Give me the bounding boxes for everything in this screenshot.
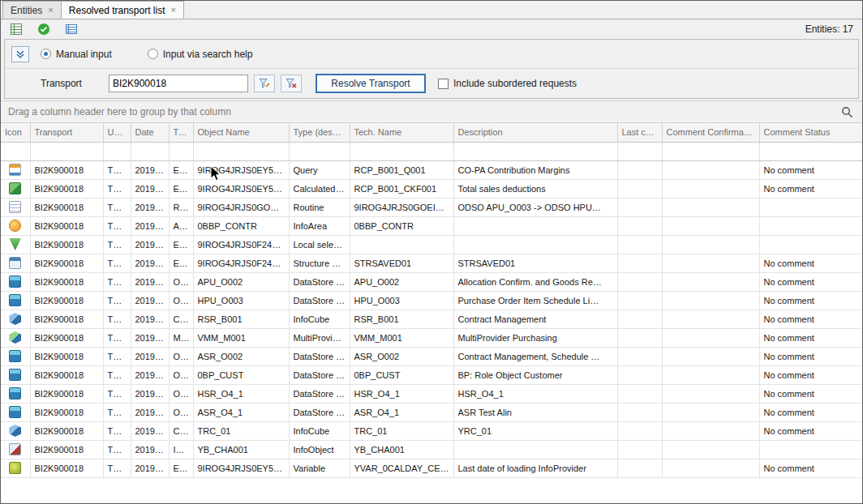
cell-user: TS… (103, 272, 131, 291)
variable-icon (9, 462, 21, 474)
table-row[interactable]: BI2K900018TS…20190…ELEM9IROG4JRJS0F241W…… (1, 254, 862, 272)
cell-user: TS… (103, 440, 131, 459)
cell-comment_status: No comment (759, 347, 862, 365)
column-header-3[interactable]: Date (131, 123, 169, 142)
cell-comment_confirmation (662, 421, 759, 440)
icon-cell (1, 160, 30, 179)
column-header-7[interactable]: Tech. Name (350, 123, 453, 142)
cell-description: CO-PA Contribution Margins (453, 160, 617, 179)
cell-tech_name (350, 235, 453, 254)
filter-cell-3[interactable] (131, 142, 169, 160)
cell-comment_status (759, 440, 862, 459)
cell-date: 20190… (131, 291, 169, 310)
filter-cell-10[interactable] (662, 142, 759, 160)
table-row[interactable]: BI2K900018TS…20190…AREA0BBP_CONTRInfoAre… (1, 216, 862, 235)
export-grid-icon (10, 23, 23, 36)
cell-description: Purchase Order Item Schedule Li… (453, 291, 617, 310)
filter-cell-8[interactable] (453, 142, 617, 160)
table-row[interactable]: BI2K900018TS…20190…MP…VMM_M001MultiProvi… (1, 328, 862, 347)
filter-clear-button[interactable] (281, 75, 302, 92)
column-header-8[interactable]: Description (453, 123, 617, 142)
table-row[interactable]: BI2K900018TS…20190…OD…HSR_O4_1DataStore … (1, 384, 862, 403)
include-subordered-checkbox[interactable]: Include subordered requests (438, 78, 577, 89)
column-header-2[interactable]: User (103, 123, 131, 142)
table-row[interactable]: BI2K900018TS…20190…ELEM9IROG4JRJS0EY5Q3…… (1, 179, 862, 198)
collapse-panel-button[interactable] (11, 46, 29, 62)
cell-transport: BI2K900018 (30, 235, 103, 254)
filter-edit-button[interactable] (254, 75, 275, 92)
list-view-button[interactable] (63, 21, 79, 37)
export-grid-button[interactable] (8, 21, 24, 37)
filter-cell-0[interactable] (1, 142, 30, 160)
cell-user: TS… (103, 254, 131, 272)
column-header-6[interactable]: Type (descrip… (289, 123, 350, 142)
cell-type_desc: Routine (289, 198, 350, 216)
table-row[interactable]: BI2K900018TS…20190…RO…9IROG4JRJS0GOEI6…R… (1, 198, 862, 216)
table-row[interactable]: BI2K900018TS…20190…CUBERSR_B001InfoCubeR… (1, 310, 862, 328)
table-row[interactable]: BI2K900018TS…20190…ELEM9IROG4JRJS0EY5Q3…… (1, 160, 862, 179)
cell-comment_confirmation (662, 440, 759, 459)
tab-bar: Entities × Resolved transport list × (1, 1, 862, 19)
cell-date: 20190… (131, 440, 169, 459)
table-row[interactable]: BI2K900018TS…20190…OD…ASR_O4_1DataStore … (1, 403, 862, 421)
filter-cell-2[interactable] (103, 142, 131, 160)
datastore-object-icon (9, 406, 21, 418)
table-row[interactable]: BI2K900018TS…20190…ELEM9IROG4JRJS0F241W…… (1, 235, 862, 254)
grid: IconTransportUserDateTypeObject NameType… (1, 123, 862, 503)
column-header-11[interactable]: Comment Status (759, 123, 862, 142)
cell-last_comment (617, 254, 662, 272)
cell-user: TS… (103, 310, 131, 328)
tab-entities-label: Entities (11, 5, 42, 16)
confirm-button[interactable] (36, 21, 52, 37)
table-row[interactable]: BI2K900018TS…20190…OD…HPU_O003DataStore … (1, 291, 862, 310)
transport-input[interactable] (109, 75, 248, 92)
cell-comment_confirmation (662, 365, 759, 384)
table-row[interactable]: BI2K900018TS…20190…ELEM9IROG4JRJS0EY5PZ…… (1, 459, 862, 477)
close-icon[interactable]: × (171, 6, 176, 15)
cell-comment_confirmation (662, 160, 759, 179)
cell-type: ELEM (169, 160, 193, 179)
filter-cell-6[interactable] (289, 142, 350, 160)
group-by-panel[interactable]: Drag a column header here to group by th… (1, 100, 862, 123)
tab-resolved-transport-list[interactable]: Resolved transport list × (61, 1, 184, 19)
table-row[interactable]: BI2K900018TS…20190…OD…0BP_CUSTDataStore … (1, 365, 862, 384)
cell-comment_confirmation (662, 403, 759, 421)
radio-manual-input[interactable]: Manual input (41, 49, 112, 60)
table-row[interactable]: BI2K900018TS…20190…IOBJYB_CHA001InfoObje… (1, 440, 862, 459)
close-icon[interactable]: × (48, 6, 53, 15)
filter-cell-4[interactable] (169, 142, 193, 160)
filter-cell-9[interactable] (617, 142, 662, 160)
filter-cell-1[interactable] (30, 142, 103, 160)
icon-cell (1, 459, 30, 477)
column-header-9[interactable]: Last commenti… (617, 123, 662, 142)
cell-comment_confirmation (662, 328, 759, 347)
header-row: IconTransportUserDateTypeObject NameType… (1, 123, 862, 142)
column-header-5[interactable]: Object Name (193, 123, 289, 142)
cell-type: ELEM (169, 235, 193, 254)
tab-entities[interactable]: Entities × (2, 1, 62, 19)
cell-comment_status: No comment (759, 160, 862, 179)
table-row[interactable]: BI2K900018TS…20190…OD…APU_O002DataStore … (1, 272, 862, 291)
column-header-0[interactable]: Icon (1, 123, 30, 142)
cell-object_name: 9IROG4JRJS0EY5Q3… (193, 179, 289, 198)
table-row[interactable]: BI2K900018TS…20190…CUBETRC_01InfoCubeTRC… (1, 421, 862, 440)
search-button[interactable] (839, 104, 855, 120)
filter-cell-11[interactable] (759, 142, 862, 160)
routine-icon (9, 201, 21, 213)
column-header-1[interactable]: Transport (30, 123, 103, 142)
filter-cell-7[interactable] (350, 142, 453, 160)
cell-date: 20190… (131, 384, 169, 403)
filter-funnel-clear-icon (285, 78, 298, 89)
table-row[interactable]: BI2K900018TS…20190…OD…ASR_O002DataStore … (1, 347, 862, 365)
radio-input-via-search-help[interactable]: Input via search help (148, 49, 253, 60)
cell-last_comment (617, 328, 662, 347)
infoobject-icon (9, 443, 21, 455)
column-header-10[interactable]: Comment Confirmation (662, 123, 759, 142)
grid-table: IconTransportUserDateTypeObject NameType… (1, 123, 862, 478)
radio-dot (148, 49, 158, 59)
resolve-transport-button[interactable]: Resolve Transport (316, 74, 426, 93)
column-header-4[interactable]: Type (169, 123, 193, 142)
filter-cell-5[interactable] (193, 142, 289, 160)
cell-object_name: 9IROG4JRJS0GOEI6… (193, 198, 289, 216)
cell-type: ELEM (169, 459, 193, 477)
